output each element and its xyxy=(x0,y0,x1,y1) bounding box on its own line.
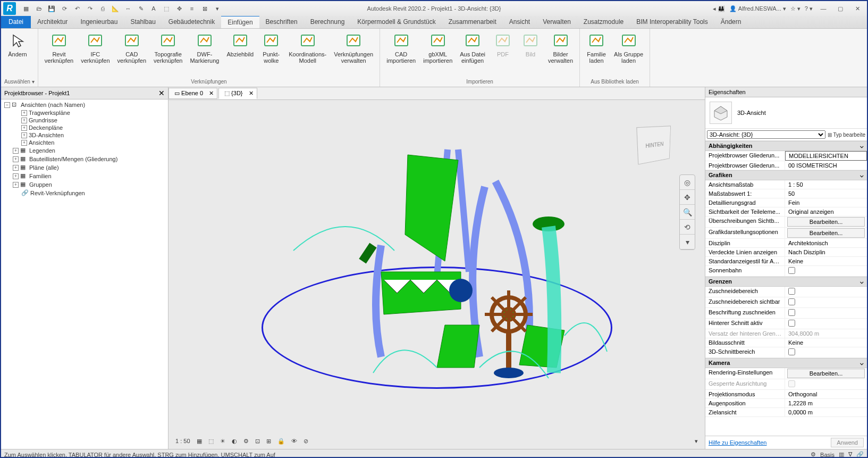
prop-value[interactable]: 0,0000 m xyxy=(785,408,867,417)
tree-item-grundrisse[interactable]: +Grundrisse xyxy=(2,116,167,124)
prop-checkbox[interactable] xyxy=(788,267,795,274)
prop-value[interactable]: 00 ISOMETRISCH xyxy=(785,161,867,170)
expand-icon[interactable]: + xyxy=(21,125,27,131)
ribbon-verkn-pfungenverwalten-button[interactable]: Verknüpfungenverwalten xyxy=(331,30,376,78)
prop-value[interactable]: Architektonisch xyxy=(785,239,867,247)
prop-value[interactable]: Nach Disziplin xyxy=(785,248,867,256)
qat-print-icon[interactable]: ⎙ xyxy=(97,3,108,14)
qat-section-icon[interactable]: ✥ xyxy=(173,3,185,14)
instance-selector[interactable]: 3D-Ansicht: {3D} xyxy=(707,130,825,139)
prop-value[interactable]: Original anzeigen xyxy=(785,207,867,216)
prop-value[interactable]: 50 xyxy=(785,189,867,198)
infocenter-icon[interactable]: ◂ 👪 xyxy=(713,5,725,12)
prop-value[interactable] xyxy=(785,319,867,329)
status-select-icon[interactable]: ▥ xyxy=(839,451,844,458)
vcb-render-icon[interactable]: ⚙ xyxy=(242,438,250,445)
prop-section-kamera[interactable]: Kamera⌵ xyxy=(705,358,867,368)
view-cube[interactable]: HINTEN xyxy=(636,126,671,164)
qat-open-icon[interactable]: 🗁 xyxy=(33,3,45,14)
ribbon-bilderverwalten-button[interactable]: Bilderverwalten xyxy=(545,30,576,78)
tree-item--d-ansichten[interactable]: +3D-Ansichten xyxy=(2,131,167,139)
nav-pan-icon[interactable]: ✥ xyxy=(680,190,695,205)
qat-home-icon[interactable]: ▦ xyxy=(20,3,32,14)
prop-value[interactable]: Orthogonal xyxy=(785,390,867,398)
expand-icon[interactable]: + xyxy=(13,165,19,171)
prop-value[interactable] xyxy=(785,287,867,297)
prop-value[interactable]: Keine xyxy=(785,257,867,265)
ribbon-revitverkn-pfen-button[interactable]: Revitverknüpfen xyxy=(41,30,77,78)
ribbon--ndern-button[interactable]: Ändern xyxy=(4,30,31,78)
vcb-sunpath-icon[interactable]: ☀ xyxy=(218,438,227,445)
prop-section-abhängigkeiten[interactable]: Abhängigkeiten⌵ xyxy=(705,141,867,151)
doc-tab--3d-[interactable]: ⬚ {3D}✕ xyxy=(218,88,257,99)
nav-expand-icon[interactable]: ▾ xyxy=(680,235,695,249)
ribbon-dwf-markierung-button[interactable]: DWF-Markierung xyxy=(187,30,222,78)
menu-tab-einf-gen[interactable]: Einfügen xyxy=(221,15,259,28)
tree-item-ansichten-nach-namen-[interactable]: −⊡Ansichten (nach Namen) xyxy=(2,101,167,109)
ribbon-aus-dateieinf-gen-button[interactable]: Aus Dateieinfügen xyxy=(457,30,488,78)
qat-undo-icon[interactable]: ↶ xyxy=(71,3,83,14)
prop-value[interactable]: 1 : 50 xyxy=(785,180,867,189)
menu-tab-verwalten[interactable]: Verwalten xyxy=(536,16,577,28)
tab-close-icon[interactable]: ✕ xyxy=(209,90,214,97)
menu-tab-berechnung[interactable]: Berechnung xyxy=(304,16,351,28)
vcb-style-icon[interactable]: ⬚ xyxy=(207,438,215,445)
expand-icon[interactable]: + xyxy=(21,118,27,123)
status-basepoint[interactable]: Basis xyxy=(820,452,835,458)
tree-item-tragwerkspl-ne[interactable]: +Tragwerkspläne xyxy=(2,109,167,116)
tree-item-pl-ne-alle-[interactable]: +▦Pläne (alle) xyxy=(2,163,167,172)
qat-switch-windows-icon[interactable]: ▾ xyxy=(212,3,223,14)
tree-item-ansichten[interactable]: +Ansichten xyxy=(2,139,167,146)
maximize-button[interactable]: ▢ xyxy=(834,5,847,12)
prop-checkbox[interactable] xyxy=(788,298,795,305)
menu-tab-ansicht[interactable]: Ansicht xyxy=(503,16,536,28)
qat-redo-icon[interactable]: ↷ xyxy=(84,3,96,14)
tree-item-legenden[interactable]: +▦Legenden xyxy=(2,146,167,155)
tab-close-icon[interactable]: ✕ xyxy=(249,90,254,97)
prop-section-grenzen[interactable]: Grenzen⌵ xyxy=(705,277,867,287)
qat-tag-icon[interactable]: ✎ xyxy=(135,3,147,14)
menu-tab--ndern[interactable]: Ändern xyxy=(714,16,748,28)
prop-value[interactable]: 1,2228 m xyxy=(785,399,867,407)
edit-type-button[interactable]: ⊞ Typ bearbeite xyxy=(828,130,865,139)
ribbon-familieladen-button[interactable]: Familieladen xyxy=(583,30,610,78)
ribbon-als-gruppeladen-button[interactable]: Als Gruppeladen xyxy=(611,30,646,78)
user-account[interactable]: 👤 Alfred.NESWA... ▾ xyxy=(729,5,786,12)
prop-value[interactable] xyxy=(785,347,867,357)
ribbon-punkt-wolke-button[interactable]: Punkt-wolke xyxy=(258,30,284,78)
tree-item-revit-verkn-pfungen[interactable]: 🔗Revit-Verknüpfungen xyxy=(2,189,167,197)
panel-close-icon[interactable]: ✕ xyxy=(158,89,165,97)
menu-tab-ingenieurbau[interactable]: Ingenieurbau xyxy=(74,16,124,28)
qat-close-hidden-icon[interactable]: ⊠ xyxy=(199,3,210,14)
prop-checkbox[interactable] xyxy=(788,288,795,295)
menu-tab-zusatzmodule[interactable]: Zusatzmodule xyxy=(577,16,630,28)
status-worksets-icon[interactable]: ⚙ xyxy=(811,451,816,458)
vcb-reveal-icon[interactable]: ⊘ xyxy=(302,438,310,445)
expand-icon[interactable]: + xyxy=(21,110,27,116)
qat-3d-icon[interactable]: ⬚ xyxy=(161,3,172,14)
favorites-icon[interactable]: ☆ ▾ xyxy=(790,5,800,12)
prop-checkbox[interactable] xyxy=(788,320,795,327)
apply-button[interactable]: Anwend xyxy=(831,438,864,447)
prop-value[interactable] xyxy=(785,308,867,318)
ribbon-cadimportieren-button[interactable]: CADimportieren xyxy=(383,30,419,78)
vcb-options-icon[interactable]: ▾ xyxy=(693,438,700,445)
qat-text-icon[interactable]: A xyxy=(148,3,159,14)
menu-tab-geb-udetechnik[interactable]: Gebäudetechnik xyxy=(162,16,221,28)
prop-checkbox[interactable] xyxy=(788,309,795,316)
expand-icon[interactable]: + xyxy=(13,148,19,154)
nav-orbit-icon[interactable]: ⟲ xyxy=(680,220,695,235)
prop-value[interactable]: Fein xyxy=(785,198,867,207)
menu-tab-stahlbau[interactable]: Stahlbau xyxy=(124,16,162,28)
tree-item-familien[interactable]: +▦Familien xyxy=(2,172,167,180)
status-link-icon[interactable]: 🔗 xyxy=(856,451,864,458)
expand-icon[interactable]: + xyxy=(21,140,27,146)
nav-zoom-icon[interactable]: 🔍 xyxy=(680,205,695,220)
3d-canvas[interactable]: HINTEN ◎ ✥ 🔍 ⟲ ▾ 1 : 50 ▦ ⬚ ☀ ◐ ⚙ ⊡ ⊞ 🔒 … xyxy=(168,100,705,449)
prop-value[interactable] xyxy=(785,266,867,276)
status-filter-icon[interactable]: ∇ xyxy=(848,451,852,458)
expand-icon[interactable]: − xyxy=(4,102,10,108)
ribbon-topografieverkn-pfen-button[interactable]: Topografieverknüpfen xyxy=(150,30,186,78)
help-icon[interactable]: ? ▾ xyxy=(805,5,813,12)
tree-item-bauteillisten-mengen-gliederung-[interactable]: +▦Bauteillisten/Mengen (Gliederung) xyxy=(2,155,167,163)
